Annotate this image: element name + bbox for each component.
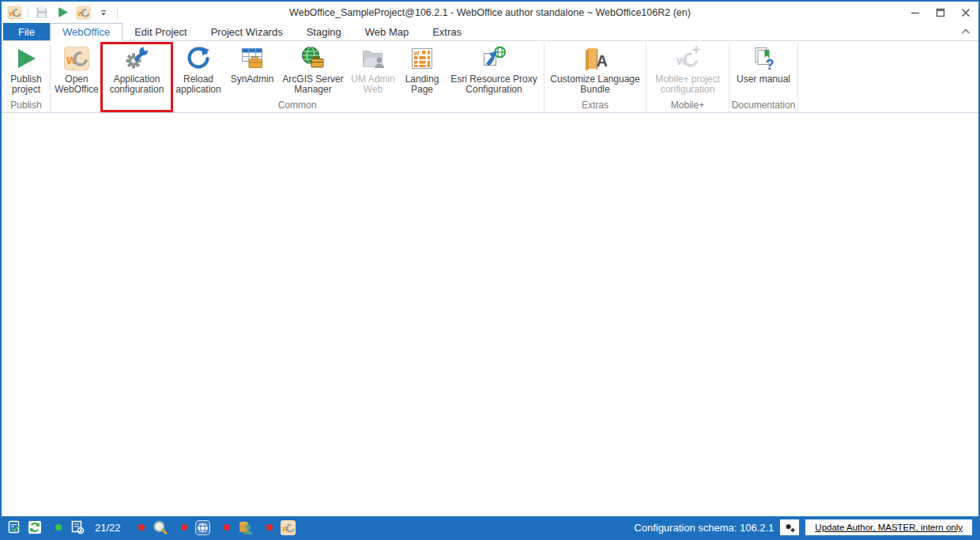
button-label: Reload application bbox=[172, 74, 224, 95]
mobile-plus-project-configuration-button: w Mobile+ project configuration bbox=[648, 43, 727, 100]
ribbon-group-documentation: ? User manual Documentation bbox=[729, 43, 798, 112]
status-dot-red bbox=[266, 524, 273, 531]
tab-file[interactable]: File bbox=[3, 23, 50, 40]
weboffice-logo-icon[interactable]: w bbox=[6, 5, 23, 21]
status-dot-red bbox=[224, 524, 230, 531]
sync-icon[interactable] bbox=[27, 519, 43, 535]
database-user-icon[interactable] bbox=[238, 519, 254, 535]
tab-extras[interactable]: Extras bbox=[420, 23, 473, 40]
document-area bbox=[2, 113, 978, 516]
status-dot-red bbox=[181, 524, 187, 531]
close-icon[interactable] bbox=[953, 2, 978, 23]
validate-form-icon[interactable] bbox=[6, 519, 22, 535]
publish-project-button[interactable]: Publish project bbox=[4, 43, 48, 100]
ribbon-tab-bar: File WebOffice Edit Project Project Wiza… bbox=[2, 23, 978, 41]
update-author-button[interactable]: Update Author, MASTER, intern only bbox=[805, 519, 972, 535]
arcgis-server-manager-button[interactable]: ArcGIS Server Manager bbox=[280, 43, 346, 100]
ribbon-group-common: w Open WebOffice bbox=[51, 43, 545, 112]
ribbon: Publish project Publish w Open WebOffice bbox=[2, 41, 978, 113]
gear-wrench-icon bbox=[124, 46, 149, 71]
configuration-schema-label: Configuration schema: 106.2.1 bbox=[634, 522, 774, 534]
status-dot-red bbox=[138, 524, 145, 531]
status-bar: 21/22 w Configuration schema: 106.2.1 Up… bbox=[2, 516, 978, 538]
reload-icon bbox=[186, 46, 211, 71]
button-label: UM Admin Web bbox=[348, 74, 398, 95]
svg-text:A: A bbox=[597, 52, 608, 70]
user-manual-button[interactable]: ? User manual bbox=[731, 43, 796, 100]
quick-access-toolbar: w w bbox=[2, 5, 119, 21]
ribbon-group-extras: A Customize Language Bundle Extras bbox=[545, 43, 646, 112]
status-dot-green bbox=[55, 524, 62, 531]
button-label: SynAdmin bbox=[231, 74, 274, 85]
esri-resource-proxy-configuration-button[interactable]: Esri Resource Proxy Configuration bbox=[446, 43, 542, 100]
search-icon[interactable] bbox=[153, 519, 168, 535]
group-label-documentation: Documentation bbox=[730, 100, 797, 112]
button-label: Publish project bbox=[4, 74, 48, 95]
weboffice-logo-icon[interactable]: w bbox=[74, 5, 92, 21]
globe-toolbox-icon bbox=[300, 46, 326, 71]
customize-language-bundle-button[interactable]: A Customize Language Bundle bbox=[546, 43, 644, 100]
button-label: Landing Page bbox=[400, 74, 444, 95]
button-label: ArcGIS Server Manager bbox=[280, 74, 346, 95]
title-bar: w w WebOffice_SampleProject@106.2.1 - We… bbox=[2, 2, 978, 23]
window-controls bbox=[903, 2, 978, 23]
svg-text:w: w bbox=[413, 49, 420, 57]
run-icon[interactable] bbox=[54, 5, 71, 21]
manual-question-icon: ? bbox=[751, 46, 776, 71]
button-label: User manual bbox=[737, 74, 790, 85]
save-icon[interactable] bbox=[33, 5, 51, 21]
table-toolbox-icon bbox=[239, 46, 265, 71]
weboffice-logo-icon[interactable]: w bbox=[281, 519, 296, 535]
um-admin-web-button: UM Admin Web bbox=[348, 43, 398, 100]
button-label: Esri Resource Proxy Configuration bbox=[446, 74, 542, 95]
book-letter-icon: A bbox=[582, 46, 608, 71]
tab-web-map[interactable]: Web Map bbox=[353, 23, 420, 40]
landing-page-button[interactable]: w Landing Page bbox=[400, 43, 444, 100]
button-label: Customize Language Bundle bbox=[546, 74, 644, 95]
minimize-icon[interactable] bbox=[903, 2, 928, 23]
weboffice-plus-icon: w bbox=[675, 46, 700, 71]
application-configuration-button[interactable]: Application configuration bbox=[103, 43, 171, 100]
landing-grid-icon: w bbox=[409, 46, 435, 71]
open-weboffice-button[interactable]: w Open WebOffice bbox=[52, 43, 101, 100]
settings-gears-icon[interactable] bbox=[780, 519, 799, 535]
browser-globe-icon[interactable] bbox=[195, 519, 211, 535]
group-label-publish: Publish bbox=[3, 100, 49, 112]
button-label: Open WebOffice bbox=[52, 74, 101, 95]
ribbon-group-mobile-plus: w Mobile+ project configuration Mobile+ bbox=[646, 43, 729, 112]
project-counter: 21/22 bbox=[95, 522, 121, 534]
status-bar-right: Configuration schema: 106.2.1 Update Aut… bbox=[634, 519, 972, 535]
svg-text:?: ? bbox=[766, 57, 775, 71]
weboffice-logo-icon: w bbox=[64, 46, 89, 71]
ribbon-group-publish: Publish project Publish bbox=[2, 43, 51, 112]
tab-weboffice[interactable]: WebOffice bbox=[50, 23, 122, 41]
group-label-extras: Extras bbox=[545, 100, 645, 112]
qat-customize-dropdown-icon[interactable] bbox=[95, 5, 112, 21]
maximize-icon[interactable] bbox=[928, 2, 953, 23]
button-label: Mobile+ project configuration bbox=[648, 74, 727, 95]
project-gear-icon[interactable] bbox=[70, 519, 85, 535]
app-window: w w WebOffice_SampleProject@106.2.1 - We… bbox=[0, 0, 980, 540]
tab-edit-project[interactable]: Edit Project bbox=[122, 23, 198, 40]
tab-project-wizards[interactable]: Project Wizards bbox=[199, 23, 295, 40]
button-label: Application configuration bbox=[103, 74, 171, 95]
separator bbox=[28, 7, 28, 18]
run-icon bbox=[13, 46, 39, 71]
arrow-globe-icon bbox=[481, 46, 507, 71]
chevron-up-icon[interactable] bbox=[961, 24, 971, 38]
folder-user-icon bbox=[360, 46, 386, 71]
group-label-mobile-plus: Mobile+ bbox=[647, 100, 728, 112]
window-title: WebOffice_SampleProject@106.2.1 - WebOff… bbox=[2, 7, 978, 18]
tab-staging[interactable]: Staging bbox=[295, 23, 353, 40]
reload-application-button[interactable]: Reload application bbox=[172, 43, 224, 100]
separator bbox=[117, 7, 118, 18]
synadmin-button[interactable]: SynAdmin bbox=[226, 43, 278, 100]
group-label-common: Common bbox=[51, 100, 543, 112]
